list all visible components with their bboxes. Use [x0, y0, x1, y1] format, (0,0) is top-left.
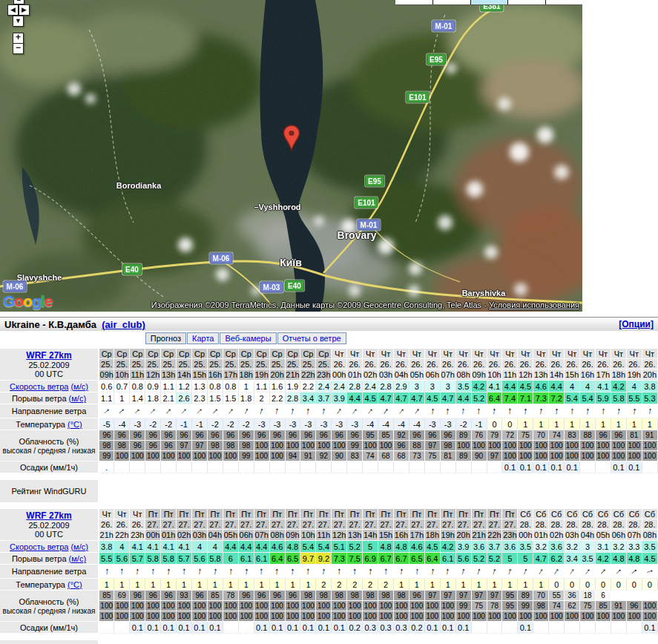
wind-gust-cell: 6.4 [487, 392, 502, 404]
day-header-cell: Чт [533, 349, 549, 359]
tab-Карта[interactable]: Карта [187, 332, 219, 344]
precipitation-cell: 0.1 [565, 461, 580, 473]
cloud-mid-cell: 100 [269, 441, 285, 451]
date-header-cell: 26. [549, 359, 565, 369]
cloud-low-cell: 100 [254, 611, 269, 622]
precipitation-cell [487, 461, 502, 473]
cloud-mid-cell: 88 [409, 441, 424, 451]
cloud-low-cell: 73 [409, 451, 424, 461]
cloud-low-cell: 100 [192, 611, 208, 622]
wind-speed-cell: 4.2 [440, 541, 455, 553]
precipitation-cell [192, 461, 208, 473]
wind-gust-cell: 2.6 [177, 392, 192, 404]
cloud-mid-cell: 96 [626, 601, 642, 611]
date-header-cell: 28. [549, 519, 565, 530]
cloud-low-cell: 91 [300, 451, 316, 461]
cloud-low-cell: 100 [161, 611, 177, 622]
cloud-high-cell: 96 [130, 591, 145, 601]
wind-speed-cell: 2.4 [332, 381, 347, 392]
cloud-mid-cell: 97 [424, 441, 440, 451]
pan-left-button[interactable]: ◀ [7, 4, 19, 16]
wind-direction-cell: ↑ [565, 404, 580, 418]
wind-speed-cell: 5.4 [300, 541, 316, 553]
day-header-cell: Чт [394, 349, 409, 359]
wind-speed-cell: 0.6 [99, 381, 114, 392]
date-header-cell: 26. [363, 359, 378, 369]
wind-gust-cell: 7.3 [332, 553, 347, 565]
zoom-out-button[interactable]: − [13, 43, 24, 54]
google-logo: Google [3, 292, 52, 310]
cropped-table-fragment [395, 0, 582, 5]
wind-speed-cell: 2.9 [394, 381, 409, 392]
cloud-low-cell: 100 [424, 611, 440, 622]
wind-speed-cell: 1.6 [269, 381, 285, 392]
cloud-low-cell: 100 [455, 611, 471, 622]
pan-down-button[interactable]: ▼ [13, 16, 24, 27]
model-info-cell: WRF 27km25.02.200900 UTC [0, 509, 99, 541]
tab-Отчеты о ветре[interactable]: Отчеты о ветре [277, 332, 346, 344]
wind-direction-cell: ↑ [192, 404, 208, 418]
wind-speed-cell: 4.2 [611, 381, 626, 392]
wind-direction-arrow-icon: ↑ [320, 565, 327, 578]
wind-direction-arrow-icon: ↑ [225, 405, 236, 417]
temperature-cell: 1 [409, 579, 424, 591]
satellite-map[interactable]: Borodianka–VyshhorodBrovaryКиївSlavyshch… [0, 0, 582, 312]
date-header-cell: 25. [238, 359, 254, 369]
precipitation-cell [580, 622, 596, 634]
cloud-mid-cell: 97 [192, 441, 208, 451]
cloud-mid-cell: 100 [269, 601, 285, 611]
tab-Прогноз[interactable]: Прогноз [145, 332, 186, 344]
day-header-cell: Пт [145, 509, 161, 519]
cloud-high-cell: 92 [394, 430, 409, 441]
wind-speed-cell: 3.5 [642, 541, 657, 553]
wind-direction-cell: ↑ [363, 404, 378, 418]
wind-gust-cell: 5.8 [145, 553, 161, 565]
date-header-cell: 27. [394, 519, 409, 530]
hour-header-cell: 16h [394, 530, 409, 541]
wind-speed-cell: 0.8 [223, 381, 238, 392]
date-header-cell: 27. [378, 519, 394, 530]
wind-speed-cell: 4.4 [254, 541, 269, 553]
wind-direction-cell: ↑ [207, 565, 223, 579]
wind-speed-cell: 4.6 [269, 541, 285, 553]
hour-header-cell: 20h [642, 369, 657, 381]
wind-direction-cell: ↑ [316, 565, 332, 579]
wind-gust-cell: 6.7 [394, 553, 409, 565]
precipitation-cell [207, 461, 223, 473]
wind-direction-arrow-icon: ↑ [567, 565, 577, 578]
wind-direction-cell: ↑ [254, 565, 269, 579]
pan-right-button[interactable]: ▶ [19, 4, 30, 16]
wind-direction-cell: ↑ [378, 404, 394, 418]
day-header-cell: Ср [161, 349, 177, 359]
wind-gust-cell: 9.2 [316, 553, 332, 565]
wind-gust-cell: 5.5 [99, 553, 114, 565]
date-header-cell: 26. [611, 359, 626, 369]
date-header-cell: 27. [440, 519, 455, 530]
cloud-mid-cell: 74 [549, 601, 565, 611]
day-header-cell: Чт [114, 509, 130, 519]
station-link[interactable]: (air_club) [102, 319, 145, 330]
day-header-cell: Чт [332, 349, 347, 359]
cloud-mid-cell: 98 [238, 441, 254, 451]
tab-Веб-камеры[interactable]: Веб-камеры [220, 332, 276, 344]
wind-direction-arrow-icon: ↑ [364, 405, 375, 417]
day-header-cell: Ср [145, 349, 161, 359]
wind-direction-arrow-icon: ↑ [320, 405, 327, 418]
location-marker-pin[interactable] [283, 125, 300, 151]
hour-header-cell: 01h [347, 369, 363, 381]
cloud-high-cell: 6 [596, 591, 611, 601]
precipitation-cell: 0.3 [363, 622, 378, 634]
model-link[interactable]: WRF 27km [26, 350, 71, 361]
cloud-mid-cell: 100 [332, 441, 347, 451]
temperature-cell: 0 [611, 579, 626, 591]
cloud-high-cell: 78 [223, 591, 238, 601]
model-link[interactable]: WRF 27km [26, 510, 71, 521]
wind-speed-cell: 4.8 [394, 541, 409, 553]
wind-speed-cell: 1.2 [177, 381, 192, 392]
cloud-mid-cell: 85 [596, 601, 611, 611]
precipitation-cell [409, 461, 424, 473]
wind-gust-cell: 6.5 [285, 553, 300, 565]
hour-header-cell: 13h [533, 369, 549, 381]
options-link[interactable]: [Опции] [619, 319, 654, 329]
terms-of-use-link[interactable]: Условия использования [489, 300, 579, 309]
